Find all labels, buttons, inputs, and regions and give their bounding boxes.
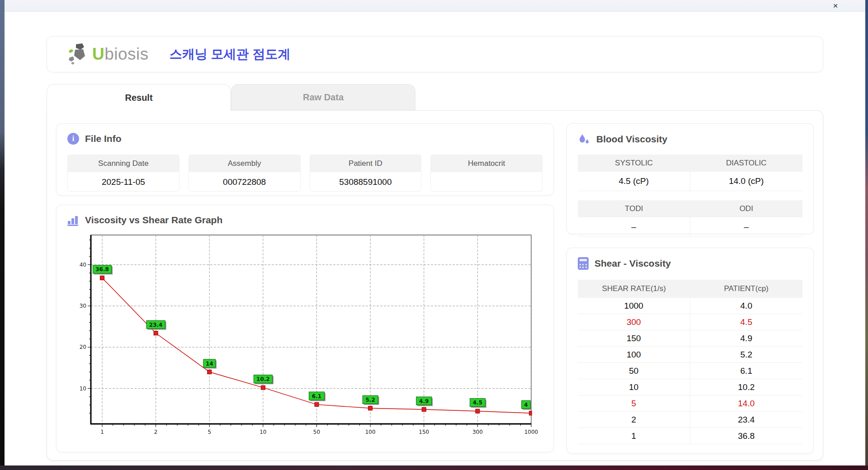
svg-text:5.2: 5.2	[365, 397, 375, 403]
patient-viscosity-cell: 23.4	[690, 412, 803, 428]
main-content: Ubiosis 스캐닝 모세관 점도계 Result Raw Data i Fi…	[5, 36, 865, 461]
patient-viscosity-cell: 36.8	[690, 428, 803, 444]
header-card: Ubiosis 스캐닝 모세관 점도계	[47, 36, 823, 72]
svg-text:50: 50	[313, 429, 320, 435]
file-info-title-row: i File Info	[67, 133, 542, 145]
file-info-field-label: Assembly	[189, 155, 300, 172]
ubiosis-logo: Ubiosis	[66, 42, 149, 66]
svg-text:4.9: 4.9	[419, 398, 429, 404]
blood-viscosity-card: Blood Viscosity SYSTOLICDIASTOLIC4.5 (cP…	[566, 123, 814, 234]
left-column: i File Info Scanning Date2025-11-05Assem…	[56, 123, 554, 451]
shear-table-header: SHEAR RATE(1/s) PATIENT(cp)	[578, 280, 802, 298]
svg-text:5: 5	[208, 429, 211, 435]
titlebar: ×	[5, 0, 865, 12]
file-info-field-value: 000722808	[189, 172, 300, 191]
file-info-field: Assembly000722808	[189, 155, 301, 192]
blood-viscosity-group: TODIODI––	[578, 200, 802, 237]
logo-rest: biosis	[104, 45, 149, 63]
file-info-field-value: 53088591000	[310, 172, 421, 191]
shear-table-row: 136.8	[578, 428, 802, 444]
logo-letter-u: U	[92, 45, 104, 63]
desktop-edge-left	[0, 0, 5, 470]
desktop-edge-right	[865, 0, 868, 470]
shear-table-row: 1504.9	[578, 330, 802, 347]
logo-text: Ubiosis	[92, 45, 149, 64]
patient-viscosity-cell: 4.5	[690, 314, 803, 330]
patient-viscosity-cell: 5.2	[690, 347, 803, 363]
tab-bar: Result Raw Data	[47, 84, 823, 110]
shear-rate-cell: 2	[578, 412, 690, 428]
bv-value-cell: 14.0 (cP)	[690, 172, 803, 191]
bv-header-cell: DIASTOLIC	[690, 155, 803, 172]
svg-text:300: 300	[472, 429, 483, 435]
shear-rate-cell: 50	[578, 363, 690, 379]
file-info-field-value	[431, 172, 542, 190]
shear-viscosity-title: Shear - Viscosity	[594, 258, 671, 269]
bv-value-cell: –	[578, 217, 690, 237]
app-window: × Ubiosis 스캐닝 모세관 점도계 Result Raw Data	[5, 0, 865, 465]
blood-viscosity-title: Blood Viscosity	[596, 134, 667, 145]
shear-table-row: 1005.2	[578, 347, 802, 363]
graph-title: Viscosity vs Shear Rate Graph	[85, 215, 222, 226]
shear-viscosity-title-row: Shear - Viscosity	[578, 257, 802, 270]
svg-text:10: 10	[80, 385, 86, 392]
shear-viscosity-table: SHEAR RATE(1/s) PATIENT(cp) 10004.03004.…	[578, 280, 802, 444]
shear-table-row: 3004.5	[578, 314, 802, 330]
svg-text:40: 40	[80, 262, 86, 268]
file-info-field: Scanning Date2025-11-05	[67, 155, 179, 192]
blood-viscosity-title-row: Blood Viscosity	[578, 133, 802, 146]
patient-viscosity-cell: 14.0	[690, 395, 803, 412]
patient-col-header: PATIENT(cp)	[690, 280, 803, 298]
shear-rate-cell: 1	[578, 428, 690, 444]
file-info-field-label: Hematocrit	[431, 155, 542, 172]
shear-viscosity-card: Shear - Viscosity SHEAR RATE(1/s) PATIEN…	[566, 248, 814, 454]
shear-table-row: 223.4	[578, 412, 802, 428]
svg-text:20: 20	[80, 344, 86, 350]
shear-rate-cell: 10	[578, 379, 690, 395]
shear-col-header: SHEAR RATE(1/s)	[578, 280, 690, 298]
graph-title-row: Viscosity vs Shear Rate Graph	[67, 214, 542, 226]
ubiosis-logo-icon	[66, 42, 90, 66]
file-info-card: i File Info Scanning Date2025-11-05Assem…	[56, 123, 554, 196]
patient-viscosity-cell: 6.1	[690, 363, 803, 379]
bv-value-cell: 4.5 (cP)	[578, 172, 690, 191]
close-button[interactable]: ×	[830, 0, 841, 11]
svg-text:150: 150	[419, 429, 429, 435]
svg-text:14: 14	[206, 361, 213, 367]
file-info-field-value: 2025-11-05	[68, 172, 179, 191]
shear-table-row: 1010.2	[578, 379, 802, 395]
bv-header-cell: ODI	[690, 200, 803, 217]
bv-value-cell: –	[690, 217, 803, 237]
blood-viscosity-table: SYSTOLICDIASTOLIC4.5 (cP)14.0 (cP)TODIOD…	[578, 155, 802, 237]
svg-text:4.5: 4.5	[473, 400, 482, 406]
info-icon: i	[67, 133, 79, 145]
file-info-fields: Scanning Date2025-11-05Assembly000722808…	[67, 155, 542, 192]
bv-header-cell: SYSTOLIC	[578, 155, 690, 172]
shear-table-body: 10004.03004.51504.91005.2506.11010.2514.…	[578, 298, 802, 444]
shear-rate-cell: 150	[578, 330, 690, 347]
patient-viscosity-cell: 4.0	[690, 298, 803, 314]
svg-text:1: 1	[100, 429, 104, 435]
svg-text:2: 2	[154, 429, 158, 435]
shear-rate-cell: 300	[578, 314, 690, 330]
file-info-field: Hematocrit	[430, 155, 542, 192]
svg-text:100: 100	[365, 429, 376, 435]
svg-text:36.8: 36.8	[95, 266, 109, 273]
patient-viscosity-cell: 4.9	[690, 330, 803, 347]
file-info-field-label: Patient ID	[310, 155, 421, 172]
svg-text:10: 10	[259, 429, 266, 435]
shear-rate-cell: 1000	[578, 298, 690, 314]
shear-table-row: 506.1	[578, 363, 802, 379]
tab-raw-data[interactable]: Raw Data	[231, 84, 415, 110]
tab-result[interactable]: Result	[47, 84, 231, 111]
blood-viscosity-group: SYSTOLICDIASTOLIC4.5 (cP)14.0 (cP)	[578, 155, 802, 191]
app-title: 스캐닝 모세관 점도계	[170, 46, 291, 63]
result-panel: i File Info Scanning Date2025-11-05Assem…	[47, 110, 823, 461]
svg-text:1000: 1000	[524, 429, 538, 435]
bv-header-cell: TODI	[578, 200, 690, 217]
bar-chart-icon	[67, 214, 79, 226]
chart-wrap: 102030401251050100150300100036.823.41410…	[75, 232, 542, 443]
svg-text:4: 4	[524, 402, 528, 408]
file-info-field: Patient ID53088591000	[310, 155, 422, 192]
shear-table-row: 514.0	[578, 395, 802, 412]
